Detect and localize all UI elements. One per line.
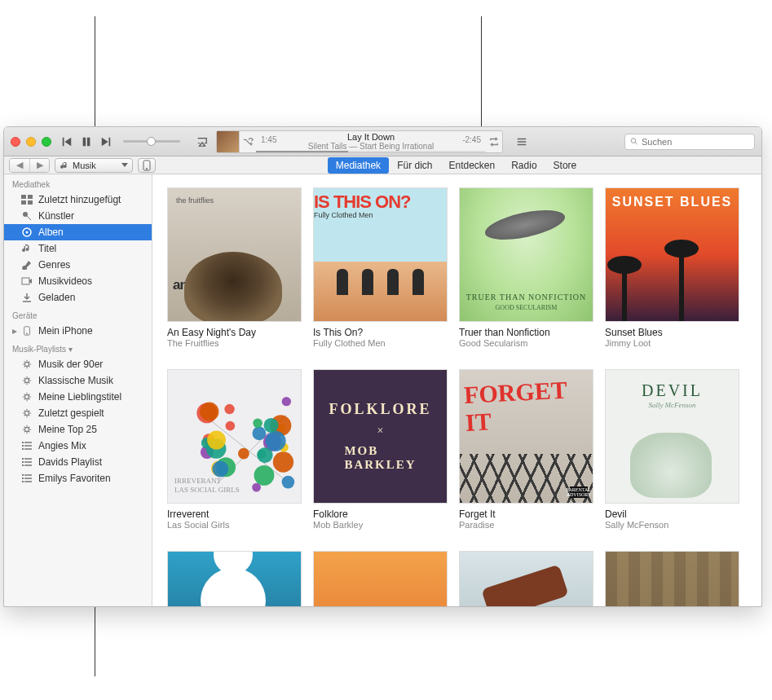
- next-track-button[interactable]: [100, 136, 112, 147]
- tab-mediathek[interactable]: Mediathek: [328, 157, 389, 174]
- tab-radio[interactable]: Radio: [503, 157, 545, 174]
- gear-icon: [21, 359, 33, 369]
- sidebar-item-davids-playlist[interactable]: Davids Playlist: [4, 454, 152, 470]
- itunes-window: 1:45 Lay It Down Silent Tails — Start Be…: [3, 126, 762, 607]
- sidebar-item-label: Mein iPhone: [38, 325, 93, 337]
- sidebar-item-label: Musik der 90er: [38, 359, 103, 370]
- sidebar-item-zuletzt-gespielt[interactable]: Zuletzt gespielt: [4, 405, 152, 421]
- sidebar-heading[interactable]: Musik-Playlists ▾: [4, 339, 152, 356]
- album-item[interactable]: FOLKLORE×MOB BARKLEYFolkloreMob Barkley: [313, 369, 448, 530]
- sidebar-item-genres[interactable]: Genres: [4, 257, 152, 273]
- album-cover[interactable]: FOLKLORE×MOB BARKLEY: [313, 369, 448, 504]
- note-icon: [21, 244, 33, 253]
- parental-advisory-icon: PARENTAL ADVISORY: [570, 486, 588, 498]
- right-toolbar: [516, 136, 527, 147]
- zoom-window-button[interactable]: [42, 137, 51, 147]
- sidebar-item-label: Zuletzt gespielt: [38, 407, 104, 419]
- album-item[interactable]: IRREVERANTLAS SOCIAL GIRLSIrreverentLas …: [167, 369, 302, 530]
- cover-art: [201, 568, 266, 606]
- sidebar-item-angies-mix[interactable]: Angies Mix: [4, 438, 152, 454]
- sidebar-item-mein-iphone[interactable]: ▸Mein iPhone: [4, 323, 152, 339]
- album-artist: The Fruitflies: [167, 338, 302, 348]
- sidebar-item-meine-top-25[interactable]: Meine Top 25: [4, 421, 152, 438]
- playback-controls: [61, 136, 208, 147]
- album-icon: [21, 227, 33, 237]
- sidebar-item-musikvideos[interactable]: Musikvideos: [4, 273, 152, 289]
- album-item[interactable]: [605, 551, 739, 606]
- svg-point-45: [282, 397, 291, 406]
- album-cover[interactable]: TRUER THAN NONFICTIONGOOD SECULARISM: [459, 187, 593, 322]
- album-cover[interactable]: the fruitfliesaneasynight'sday: [167, 187, 302, 322]
- search-input[interactable]: [642, 137, 749, 147]
- previous-track-button[interactable]: [61, 136, 73, 147]
- minimize-window-button[interactable]: [26, 137, 36, 147]
- repeat-icon[interactable]: [486, 131, 502, 152]
- nav-back-button[interactable]: ◀: [10, 159, 29, 172]
- svg-point-30: [252, 426, 266, 440]
- volume-slider[interactable]: [123, 140, 180, 143]
- album-item[interactable]: SUNSET BLUESSunset BluesJimmy Loot: [605, 187, 739, 348]
- album-cover[interactable]: HOLIDAY STANDARDS: [167, 551, 302, 606]
- search-field[interactable]: [624, 134, 755, 150]
- cover-text: the fruitflies: [176, 196, 214, 205]
- album-item[interactable]: TRUER THAN NONFICTIONGOOD SECULARISMTrue…: [459, 187, 593, 348]
- tab-entdecken[interactable]: Entdecken: [440, 157, 503, 174]
- svg-point-34: [225, 421, 235, 431]
- album-item[interactable]: DEVILSally McFensonDevilSally McFenson: [605, 369, 739, 530]
- svg-point-43: [253, 419, 262, 429]
- album-cover[interactable]: SUNSET BLUES: [605, 187, 739, 322]
- pause-button[interactable]: [81, 136, 92, 147]
- album-item[interactable]: [459, 551, 593, 606]
- sidebar-item-musik-der-90er[interactable]: Musik der 90er: [4, 356, 152, 372]
- svg-point-22: [254, 465, 275, 486]
- sidebar-item-label: Zuletzt hinzugefügt: [38, 194, 121, 205]
- album-grid: the fruitfliesaneasynight'sdayAn Easy Ni…: [167, 187, 747, 606]
- shuffle-icon[interactable]: [240, 131, 256, 152]
- sidebar-item-label: Angies Mix: [38, 440, 86, 451]
- svg-point-27: [224, 404, 234, 414]
- scrubber[interactable]: [256, 151, 486, 152]
- cover-text: SUNSET BLUES: [606, 195, 739, 209]
- sidebar-item-alben[interactable]: Alben: [4, 224, 152, 240]
- airplay-icon[interactable]: [196, 136, 208, 147]
- album-cover[interactable]: FORGET ITPARENTAL ADVISORY: [459, 369, 593, 504]
- guitar-icon: [21, 260, 33, 270]
- sidebar-item-label: Meine Lieblingstitel: [38, 391, 121, 403]
- sidebar-item-titel[interactable]: Titel: [4, 240, 152, 257]
- album-item[interactable]: the fruitfliesaneasynight'sdayAn Easy Ni…: [167, 187, 302, 348]
- sidebar-item-zuletzt-hinzugef-gt[interactable]: Zuletzt hinzugefügt: [4, 192, 152, 208]
- sidebar-item-k-nstler[interactable]: Künstler: [4, 208, 152, 224]
- tab-für-dich[interactable]: Für dich: [389, 157, 440, 174]
- device-button[interactable]: [138, 158, 156, 173]
- close-window-button[interactable]: [11, 137, 20, 147]
- sidebar-item-klassische-musik[interactable]: Klassische Musik: [4, 372, 152, 389]
- album-item[interactable]: FORGET ITPARENTAL ADVISORYForget ItParad…: [459, 369, 593, 530]
- media-type-popup[interactable]: Musik: [55, 158, 133, 173]
- album-cover[interactable]: [459, 551, 593, 606]
- svg-point-25: [273, 451, 293, 472]
- album-cover[interactable]: [605, 551, 739, 606]
- album-title: Is This On?: [313, 327, 448, 338]
- queue-icon[interactable]: [516, 136, 527, 147]
- tab-store[interactable]: Store: [545, 157, 585, 174]
- album-cover[interactable]: IRREVERANTLAS SOCIAL GIRLS: [167, 369, 302, 504]
- album-title: Devil: [605, 508, 739, 520]
- now-playing-display[interactable]: 1:45 Lay It Down Silent Tails — Start Be…: [216, 130, 503, 153]
- album-item[interactable]: HOLIDAY STANDARDS: [167, 551, 302, 606]
- phone-icon: [21, 326, 33, 336]
- svg-point-44: [266, 431, 286, 451]
- svg-point-16: [24, 411, 29, 415]
- now-playing-artwork: [217, 131, 240, 152]
- album-item[interactable]: FELT LIKE YESTERDAYscattered state: [313, 551, 448, 606]
- album-cover[interactable]: DEVILSally McFenson: [605, 369, 739, 504]
- album-cover[interactable]: IS THIS ON?Fully Clothed Men: [313, 187, 448, 322]
- view-tabs: MediathekFür dichEntdeckenRadioStore: [156, 157, 757, 174]
- nav-forward-button[interactable]: ▶: [29, 159, 49, 172]
- album-item[interactable]: IS THIS ON?Fully Clothed MenIs This On?F…: [313, 187, 448, 348]
- sidebar-item-emilys-favoriten[interactable]: Emilys Favoriten: [4, 470, 152, 486]
- sidebar-item-meine-lieblingstitel[interactable]: Meine Lieblingstitel: [4, 389, 152, 405]
- chevron-down-icon: ▾: [68, 345, 73, 354]
- sidebar-item-geladen[interactable]: Geladen: [4, 289, 152, 306]
- svg-point-15: [24, 394, 29, 398]
- album-cover[interactable]: FELT LIKE YESTERDAYscattered state: [313, 551, 448, 606]
